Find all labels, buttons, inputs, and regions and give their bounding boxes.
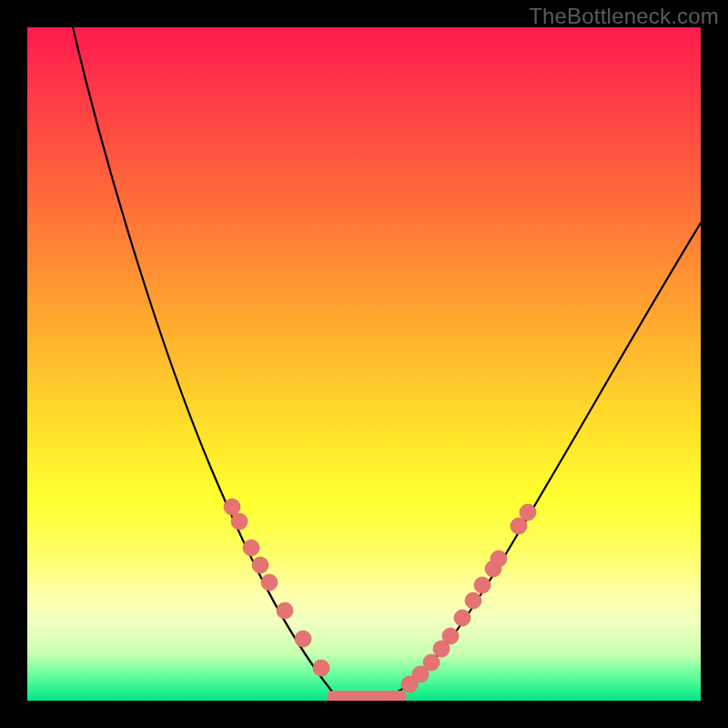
- data-points-right: [401, 504, 536, 693]
- data-point: [252, 557, 268, 573]
- data-point: [474, 577, 490, 593]
- data-point: [465, 592, 481, 609]
- data-point: [423, 654, 440, 671]
- data-points-left: [224, 499, 329, 676]
- chart-frame: TheBottleneck.com: [0, 0, 728, 728]
- data-point: [454, 610, 470, 626]
- data-point: [277, 602, 293, 619]
- plot-area: [27, 27, 701, 701]
- data-point: [231, 513, 248, 530]
- data-point: [313, 660, 329, 676]
- data-point: [520, 504, 536, 521]
- bottleneck-curve: [73, 27, 701, 700]
- data-point: [224, 499, 240, 515]
- data-point: [243, 540, 259, 556]
- watermark-text: TheBottleneck.com: [529, 4, 719, 29]
- data-point: [442, 628, 459, 644]
- data-point: [295, 631, 311, 647]
- bottleneck-chart: [27, 27, 701, 701]
- data-point: [511, 518, 527, 534]
- data-point: [490, 551, 507, 567]
- data-point: [261, 574, 278, 591]
